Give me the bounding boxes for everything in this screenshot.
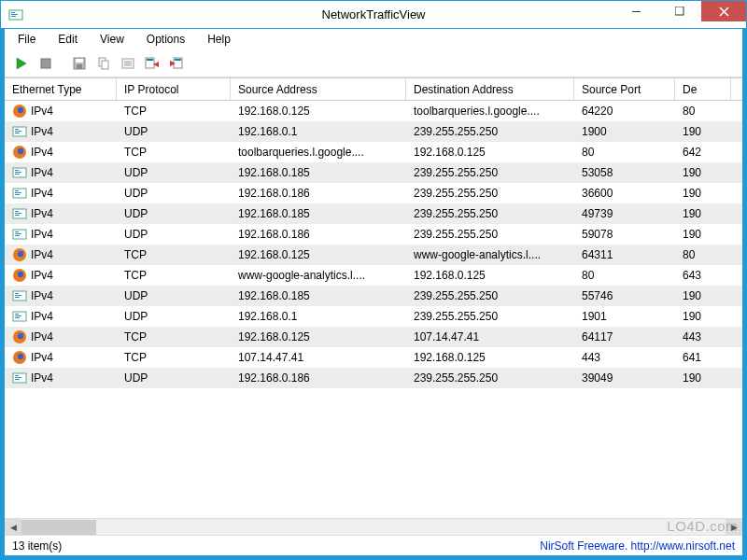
svg-point-56 bbox=[18, 272, 23, 277]
app-icon bbox=[12, 165, 27, 180]
cell-source-port: 80 bbox=[574, 267, 675, 284]
svg-rect-11 bbox=[76, 59, 83, 63]
table-row[interactable]: IPv4TCP192.168.0.125107.14.47.4164117443 bbox=[5, 327, 742, 347]
svg-rect-23 bbox=[175, 59, 181, 61]
menu-view[interactable]: View bbox=[91, 31, 134, 48]
menu-edit[interactable]: Edit bbox=[49, 31, 87, 48]
cell-ip-protocol: TCP bbox=[117, 144, 231, 161]
svg-rect-14 bbox=[102, 61, 108, 69]
table-row[interactable]: IPv4UDP192.168.0.185239.255.255.25055746… bbox=[5, 286, 742, 306]
svg-rect-58 bbox=[15, 293, 19, 294]
credit-link[interactable]: http://www.nirsoft.net bbox=[631, 539, 735, 553]
cell-source-address: 192.168.0.125 bbox=[231, 103, 406, 119]
cell-destination-port: 80 bbox=[675, 246, 731, 263]
table-row[interactable]: IPv4UDP192.168.0.186239.255.255.25036600… bbox=[5, 183, 742, 203]
table-row[interactable]: IPv4UDP192.168.0.185239.255.255.25053058… bbox=[5, 162, 742, 183]
cell-ethernet-type: IPv4 bbox=[5, 184, 117, 203]
cell-source-address: 192.168.0.186 bbox=[231, 226, 406, 243]
scroll-right-button[interactable]: ▶ bbox=[726, 519, 742, 536]
app-icon bbox=[12, 186, 27, 201]
svg-rect-30 bbox=[15, 131, 21, 132]
cell-ip-protocol: TCP bbox=[117, 267, 231, 284]
firefox-icon bbox=[12, 350, 27, 365]
menu-file[interactable]: File bbox=[8, 31, 45, 48]
column-source-port[interactable]: Source Port bbox=[574, 78, 675, 100]
column-destination-port[interactable]: De bbox=[675, 78, 731, 100]
column-ethernet-type[interactable]: Ethernet Type bbox=[5, 78, 117, 100]
svg-rect-45 bbox=[15, 213, 21, 214]
play-button[interactable] bbox=[10, 52, 33, 75]
app-icon bbox=[12, 227, 27, 242]
table-body[interactable]: IPv4TCP192.168.0.125toolbarqueries.l.goo… bbox=[5, 101, 742, 518]
table-row[interactable]: IPv4UDP192.168.0.186239.255.255.25059078… bbox=[5, 224, 742, 245]
cell-source-port: 53058 bbox=[574, 164, 675, 181]
cell-destination-address: 239.255.255.250 bbox=[406, 123, 574, 140]
titlebar[interactable]: NetworkTrafficView bbox=[1, 1, 746, 29]
options-button[interactable] bbox=[141, 52, 163, 75]
cell-ethernet-type: IPv4 bbox=[5, 307, 117, 326]
cell-destination-port: 641 bbox=[675, 349, 731, 366]
table-row[interactable]: IPv4UDP192.168.0.186239.255.255.25039049… bbox=[5, 368, 742, 388]
stop-button[interactable] bbox=[35, 52, 57, 75]
window-controls bbox=[615, 1, 746, 21]
table-row[interactable]: IPv4TCP192.168.0.125toolbarqueries.l.goo… bbox=[5, 101, 742, 121]
cell-source-port: 36600 bbox=[574, 185, 675, 202]
statusbar: 13 item(s) NirSoft Freeware. http://www.… bbox=[5, 535, 742, 555]
cell-destination-address: www-google-analytics.l.... bbox=[406, 246, 574, 263]
svg-rect-63 bbox=[15, 315, 21, 316]
svg-rect-5 bbox=[675, 7, 684, 15]
close-button[interactable] bbox=[701, 1, 746, 21]
cell-destination-port: 190 bbox=[675, 164, 731, 181]
firefox-icon bbox=[12, 145, 27, 160]
svg-rect-42 bbox=[15, 194, 20, 195]
maximize-button[interactable] bbox=[658, 1, 701, 21]
cell-destination-port: 80 bbox=[675, 103, 731, 119]
client-area: File Edit View Options Help bbox=[1, 29, 746, 559]
cell-ip-protocol: UDP bbox=[117, 370, 231, 386]
table-row[interactable]: IPv4UDP192.168.0.1239.255.255.2501901190 bbox=[5, 306, 742, 327]
menubar: File Edit View Options Help bbox=[5, 29, 742, 49]
cell-source-address: 192.168.0.185 bbox=[231, 205, 406, 222]
table-row[interactable]: IPv4TCP192.168.0.125www-google-analytics… bbox=[5, 245, 742, 265]
cell-destination-address: toolbarqueries.l.google.... bbox=[406, 103, 574, 119]
cell-ethernet-type: IPv4 bbox=[5, 102, 117, 120]
svg-marker-8 bbox=[17, 58, 26, 69]
svg-rect-4 bbox=[632, 11, 641, 12]
app-window: NetworkTrafficView File Edit View Option… bbox=[0, 0, 747, 560]
svg-rect-29 bbox=[15, 129, 19, 130]
app-icon bbox=[12, 309, 27, 324]
menu-options[interactable]: Options bbox=[137, 31, 194, 48]
scroll-thumb[interactable] bbox=[21, 520, 96, 535]
table-row[interactable]: IPv4UDP192.168.0.1239.255.255.2501900190 bbox=[5, 121, 742, 142]
cell-source-address: 192.168.0.185 bbox=[231, 164, 406, 181]
cell-ethernet-type: IPv4 bbox=[5, 122, 117, 141]
column-destination-address[interactable]: Destination Address bbox=[406, 78, 574, 100]
minimize-button[interactable] bbox=[615, 1, 658, 21]
svg-rect-2 bbox=[11, 14, 18, 15]
table-row[interactable]: IPv4UDP192.168.0.185239.255.255.25049739… bbox=[5, 203, 742, 224]
cell-source-port: 64220 bbox=[574, 103, 675, 119]
firefox-icon bbox=[12, 104, 27, 119]
table-row[interactable]: IPv4TCPtoolbarqueries.l.google....192.16… bbox=[5, 142, 742, 162]
column-source-address[interactable]: Source Address bbox=[231, 78, 406, 100]
horizontal-scrollbar[interactable]: ◀ ▶ bbox=[5, 518, 742, 535]
menu-help[interactable]: Help bbox=[198, 31, 240, 48]
cell-ip-protocol: UDP bbox=[117, 287, 231, 304]
scroll-left-button[interactable]: ◀ bbox=[5, 519, 21, 536]
cell-source-port: 64117 bbox=[574, 329, 675, 345]
save-button[interactable] bbox=[68, 52, 91, 75]
scroll-track[interactable] bbox=[21, 519, 726, 536]
firefox-icon bbox=[12, 329, 27, 344]
copy-button[interactable] bbox=[92, 52, 115, 75]
table-row[interactable]: IPv4TCP107.14.47.41192.168.0.125443641 bbox=[5, 347, 742, 368]
column-ip-protocol[interactable]: IP Protocol bbox=[117, 78, 231, 100]
cell-source-port: 64311 bbox=[574, 246, 675, 263]
status-credit: NirSoft Freeware. http://www.nirsoft.net bbox=[540, 539, 735, 553]
properties-button[interactable] bbox=[117, 52, 139, 75]
cell-destination-port: 190 bbox=[675, 226, 731, 243]
firefox-icon bbox=[12, 247, 27, 262]
table-row[interactable]: IPv4TCPwww-google-analytics.l....192.168… bbox=[5, 265, 742, 286]
exit-button[interactable] bbox=[165, 52, 188, 75]
cell-source-address: www-google-analytics.l.... bbox=[231, 267, 406, 284]
cell-ip-protocol: TCP bbox=[117, 103, 231, 119]
